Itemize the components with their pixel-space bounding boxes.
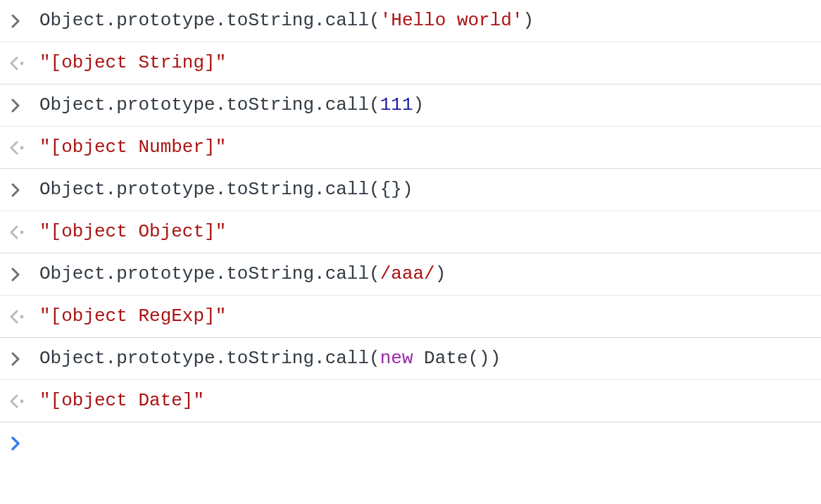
console-input-code: Object.prototype.toString.call('Hello wo… (35, 8, 815, 33)
console-output-value: "[object Object]" (35, 220, 815, 244)
console-output-value: "[object Number]" (35, 135, 815, 160)
console-output-row: "[object Date]" (0, 380, 821, 422)
console-input-code: Object.prototype.toString.call({}) (35, 177, 815, 202)
console-input-code: Object.prototype.toString.call(111) (35, 93, 815, 118)
console-input-row: Object.prototype.toString.call(new Date(… (0, 338, 821, 380)
svg-point-1 (20, 146, 24, 149)
input-arrow-icon (4, 352, 35, 366)
output-arrow-icon (4, 141, 35, 155)
output-arrow-icon (4, 394, 35, 408)
input-arrow-icon (4, 14, 35, 28)
svg-point-4 (20, 399, 24, 403)
svg-point-3 (20, 315, 24, 318)
svg-point-0 (20, 61, 24, 65)
console-output-value: "[object Date]" (35, 389, 815, 413)
console-input-row: Object.prototype.toString.call(/aaa/) (0, 253, 821, 296)
console-input-row: Object.prototype.toString.call({}) (0, 169, 821, 211)
output-arrow-icon (4, 56, 35, 70)
console-input-row: Object.prototype.toString.call(111) (0, 84, 821, 127)
console-input-row: Object.prototype.toString.call('Hello wo… (0, 0, 821, 42)
console-prompt-row[interactable] (0, 422, 821, 465)
console-output-row: "[object RegExp]" (0, 296, 821, 338)
prompt-arrow-icon (4, 436, 35, 451)
input-arrow-icon (4, 183, 35, 197)
input-arrow-icon (4, 267, 35, 282)
console-output-value: "[object String]" (35, 51, 815, 75)
output-arrow-icon (4, 310, 35, 324)
output-arrow-icon (4, 225, 35, 239)
console-output-value: "[object RegExp]" (35, 304, 815, 329)
console-output-row: "[object Object]" (0, 211, 821, 253)
console-output-row: "[object String]" (0, 42, 821, 84)
console-input-code: Object.prototype.toString.call(/aaa/) (35, 262, 815, 286)
input-arrow-icon (4, 99, 35, 113)
console: Object.prototype.toString.call('Hello wo… (0, 0, 821, 465)
svg-point-2 (20, 230, 24, 234)
console-input-code: Object.prototype.toString.call(new Date(… (35, 346, 815, 371)
console-output-row: "[object Number]" (0, 127, 821, 169)
